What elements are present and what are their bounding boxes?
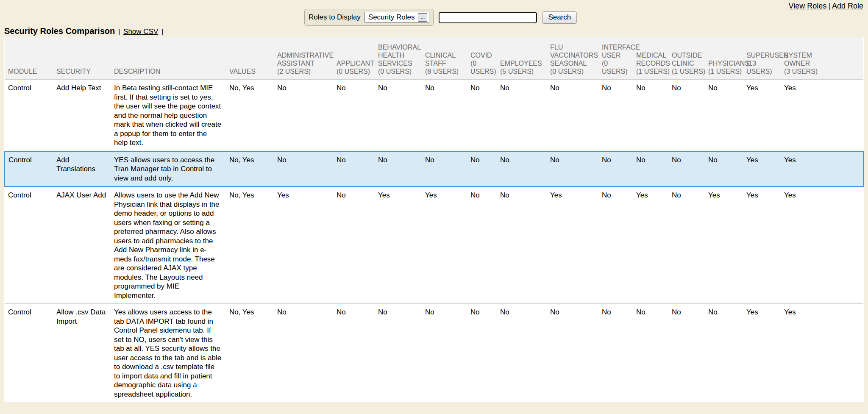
cell-values: No, Yes <box>229 151 277 187</box>
ellipsis-button[interactable]: ... <box>418 13 427 22</box>
cell-role-value: No <box>672 151 708 187</box>
column-header: APPLICANT(0 USERS) <box>337 37 378 80</box>
cell-role-value: No <box>337 304 378 403</box>
column-header: DESCRIPTION <box>114 37 229 80</box>
cell-description: YES allows users to access the Tran Mana… <box>114 151 229 187</box>
cell-role-value: No <box>672 304 708 403</box>
cell-role-value: No <box>337 186 378 304</box>
table-row: ControlAdd Help TextIn Beta testing stil… <box>5 80 863 151</box>
cell-role-value: Yes <box>784 151 863 187</box>
column-header: SUPERUSER(13 USERS) <box>746 37 784 80</box>
roles-selector-value: Security Roles <box>368 13 415 22</box>
cell-role-value: No <box>636 304 672 403</box>
cell-role-value: Yes <box>784 304 863 403</box>
cell-role-value: No <box>500 80 550 151</box>
cell-security: AJAX User Add <box>56 186 114 304</box>
cell-role-value: No <box>500 186 550 304</box>
table-row: ControlAJAX User AddAllows users to use … <box>5 186 863 304</box>
column-header: COVID(0 USERS) <box>470 37 500 80</box>
page-title: Security Roles Comparison <box>4 26 115 36</box>
link-divider: | <box>826 2 832 10</box>
cell-role-value: No <box>602 80 636 151</box>
cell-security: Allow .csv Data Import <box>56 304 114 403</box>
top-nav: View Roles|Add Role <box>789 2 863 11</box>
cell-role-value: No <box>672 186 708 304</box>
cell-values: No, Yes <box>229 186 277 304</box>
cell-security: Add Translations <box>56 151 114 187</box>
roles-to-display-label: Roles to Display <box>309 13 361 22</box>
cell-role-value: No <box>378 151 425 187</box>
cell-role-value: No <box>277 151 337 187</box>
table-header-row: MODULESECURITYDESCRIPTIONVALUESADMINISTR… <box>5 37 863 80</box>
cell-role-value: No <box>708 151 746 187</box>
add-role-link[interactable]: Add Role <box>832 2 863 10</box>
cell-role-value: No <box>550 304 602 403</box>
search-button[interactable]: Search <box>542 11 577 24</box>
cell-description: In Beta testing still-contact MIE first.… <box>114 80 229 151</box>
cell-role-value: No <box>337 151 378 187</box>
cell-role-value: Yes <box>746 304 784 403</box>
cell-role-value: No <box>500 304 550 403</box>
cell-security: Add Help Text <box>56 80 114 151</box>
cell-role-value: No <box>425 151 470 187</box>
column-header: SECURITY <box>56 37 114 80</box>
heading-divider: | <box>117 28 121 36</box>
show-csv-link[interactable]: Show CSV <box>123 28 158 36</box>
cell-role-value: Yes <box>784 186 863 304</box>
cell-module: Control <box>5 304 56 403</box>
column-header: MODULE <box>5 37 56 80</box>
table-row: ControlAdd TranslationsYES allows users … <box>5 151 863 187</box>
cell-role-value: No <box>602 186 636 304</box>
cell-role-value: No <box>470 186 500 304</box>
cell-role-value: Yes <box>746 151 784 187</box>
table-body: ControlAdd Help TextIn Beta testing stil… <box>5 80 863 403</box>
roles-to-display-box: Roles to Display Security Roles ... <box>304 9 434 26</box>
cell-role-value: No <box>550 151 602 187</box>
column-header: OUTSIDECLINIC(1 USERS) <box>672 37 708 80</box>
cell-module: Control <box>5 151 56 187</box>
column-header: PHYSICIANS(1 USERS) <box>708 37 746 80</box>
page-heading: Security Roles Comparison | Show CSV | <box>4 26 164 36</box>
cell-role-value: No <box>470 151 500 187</box>
column-header: ADMINISTRATIVEASSISTANT(2 USERS) <box>277 37 337 80</box>
table-header: MODULESECURITYDESCRIPTIONVALUESADMINISTR… <box>5 37 863 80</box>
cell-role-value: No <box>672 80 708 151</box>
cell-module: Control <box>5 80 56 151</box>
column-header: INTERFACEUSER(0 USERS) <box>602 37 636 80</box>
column-header: MEDICALRECORDS(1 USERS) <box>636 37 672 80</box>
cell-role-value: Yes <box>746 186 784 304</box>
cell-description: Yes allows users access to the tab DATA … <box>114 304 229 403</box>
cell-role-value: No <box>550 80 602 151</box>
column-header: CLINICALSTAFF(8 USERS) <box>425 37 470 80</box>
cell-role-value: No <box>602 304 636 403</box>
cell-role-value: Yes <box>708 186 746 304</box>
cell-role-value: Yes <box>550 186 602 304</box>
cell-role-value: No <box>636 151 672 187</box>
cell-role-value: Yes <box>425 186 470 304</box>
cell-role-value: No <box>378 80 425 151</box>
cell-role-value: No <box>708 304 746 403</box>
cell-role-value: No <box>337 80 378 151</box>
column-header: EMPLOYEES(5 USERS) <box>500 37 550 80</box>
column-header: FLUVACCINATORSSEASONAL(0 USERS) <box>550 37 602 80</box>
view-roles-link[interactable]: View Roles <box>789 2 827 10</box>
column-header: VALUES <box>229 37 277 80</box>
roles-selector-field[interactable]: Security Roles ... <box>364 12 430 23</box>
cell-role-value: No <box>425 80 470 151</box>
cell-role-value: Yes <box>784 80 863 151</box>
cell-values: No, Yes <box>229 80 277 151</box>
cell-values: No, Yes <box>229 304 277 403</box>
column-header: BEHAVIORALHEALTHSERVICES(0 USERS) <box>378 37 425 80</box>
cell-module: Control <box>5 186 56 304</box>
cell-role-value: Yes <box>378 186 425 304</box>
cell-role-value: No <box>277 80 337 151</box>
cell-description: Allows users to use the Add New Physicia… <box>114 186 229 304</box>
cell-role-value: Yes <box>746 80 784 151</box>
cell-role-value: No <box>470 80 500 151</box>
cell-role-value: No <box>500 151 550 187</box>
table-container: MODULESECURITYDESCRIPTIONVALUESADMINISTR… <box>4 37 863 402</box>
table-row: ControlAllow .csv Data ImportYes allows … <box>5 304 863 403</box>
cell-role-value: No <box>470 304 500 403</box>
cell-role-value: No <box>425 304 470 403</box>
search-input[interactable] <box>439 12 537 23</box>
